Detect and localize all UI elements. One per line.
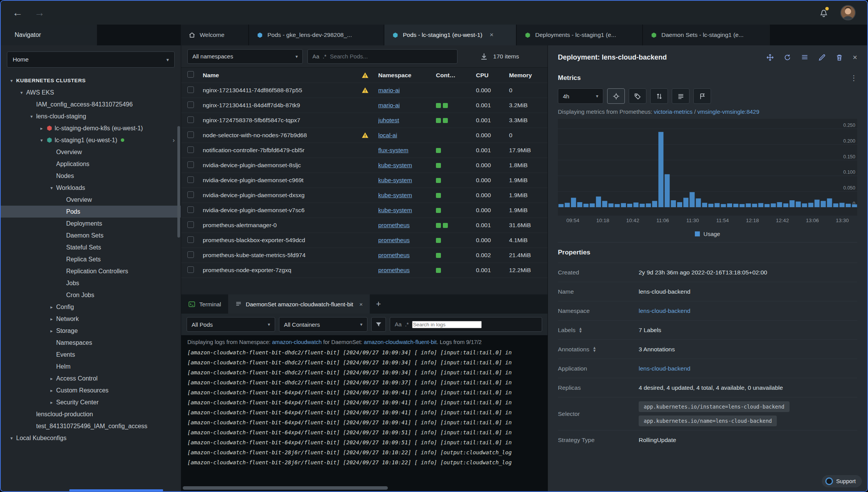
- row-checkbox[interactable]: [187, 251, 194, 258]
- chevron-right-icon[interactable]: ▸: [47, 316, 56, 322]
- back-arrow-icon[interactable]: ←: [12, 8, 23, 18]
- chevron-down-icon[interactable]: ▾: [47, 185, 56, 191]
- table-row[interactable]: prometheus-node-exporter-7zgxqprometheus…: [181, 263, 548, 278]
- daemonset-link[interactable]: amazon-cloudwatch-fluent-bit: [364, 339, 437, 345]
- sidebar-item-helm[interactable]: Helm: [1, 361, 181, 372]
- sidebar-item-replication-controllers[interactable]: Replication Controllers: [1, 265, 181, 277]
- sidebar-item-pods[interactable]: Pods: [1, 206, 181, 218]
- crosshair-icon[interactable]: [607, 88, 625, 104]
- row-checkbox[interactable]: [187, 206, 194, 213]
- row-checkbox[interactable]: [187, 161, 194, 168]
- user-avatar[interactable]: [840, 5, 856, 20]
- row-checkbox[interactable]: [187, 146, 194, 153]
- row-checkbox[interactable]: [187, 176, 194, 183]
- dock-tab-daemonset-logs[interactable]: DaemonSet amazon-cloudwatch-fluent-bit ×: [228, 294, 370, 314]
- table-row[interactable]: notification-controller-7bfbfd6479-cbl5r…: [181, 143, 548, 158]
- namespace-link[interactable]: kube-system: [378, 162, 412, 168]
- column-containers[interactable]: Cont…: [436, 72, 476, 79]
- namespace-link[interactable]: mario-ai: [378, 102, 400, 108]
- forward-arrow-icon[interactable]: →: [34, 8, 45, 18]
- restart-icon[interactable]: [783, 53, 791, 62]
- namespace-link[interactable]: flux-system: [378, 147, 408, 153]
- namespace-link[interactable]: kube-system: [378, 192, 412, 198]
- close-icon[interactable]: ×: [490, 31, 494, 39]
- menu-lines-icon[interactable]: [801, 53, 809, 62]
- sidebar-item-cron-jobs[interactable]: Cron Jobs: [1, 289, 181, 301]
- sidebar-item-network[interactable]: ▸Network: [1, 313, 181, 325]
- sidebar-item-lenscloud-production[interactable]: lenscloud-production: [1, 408, 181, 420]
- container-filter-select[interactable]: All Containers ▾: [279, 317, 367, 332]
- add-dock-tab-button[interactable]: +: [370, 294, 387, 314]
- namespace-link[interactable]: mario-ai: [378, 87, 400, 93]
- namespace-link[interactable]: prometheus: [378, 222, 410, 228]
- tab-pods-lc-staging1-eu-west-1[interactable]: Pods - lc-staging1 (eu-west-1)×: [384, 25, 516, 45]
- chevron-down-icon[interactable]: ▾: [17, 90, 26, 95]
- chevron-right-icon[interactable]: ▸: [37, 126, 46, 131]
- sidebar-item-applications[interactable]: Applications: [1, 158, 181, 170]
- table-row[interactable]: nvidia-device-plugin-daemonset-dxsxgkube…: [181, 188, 548, 203]
- select-all-checkbox[interactable]: [187, 71, 194, 78]
- log-output[interactable]: [amazon-cloudwatch-fluent-bit-dhdc2/flue…: [181, 346, 548, 485]
- sidebar-item-overview[interactable]: Overview: [1, 194, 181, 206]
- sidebar-item-aws-eks[interactable]: ▾AWS EKS: [1, 86, 181, 98]
- row-checkbox[interactable]: [187, 266, 194, 273]
- sidebar-item-namespaces[interactable]: Namespaces: [1, 337, 181, 349]
- sidebar-item-replica-sets[interactable]: Replica Sets: [1, 253, 181, 265]
- namespace-filter-select[interactable]: All namespaces ▾: [187, 49, 303, 64]
- namespace-link[interactable]: amazon-cloudwatch: [272, 339, 322, 345]
- regex-toggle[interactable]: .*: [323, 53, 327, 60]
- table-row[interactable]: nginx-1721304411-84d4ff7d4b-87tk9mario-a…: [181, 98, 548, 113]
- table-row[interactable]: nvidia-device-plugin-daemonset-c969tkube…: [181, 173, 548, 188]
- sidebar-item-events[interactable]: Events: [1, 349, 181, 361]
- column-name[interactable]: Name: [203, 72, 361, 79]
- sidebar-item-config[interactable]: ▸Config: [1, 301, 181, 313]
- logs-search-input[interactable]: [412, 321, 482, 328]
- namespace-link[interactable]: kube-system: [378, 207, 412, 213]
- row-checkbox[interactable]: [187, 116, 194, 123]
- column-namespace[interactable]: Namespace: [378, 72, 436, 79]
- chevron-right-icon[interactable]: ▸: [47, 376, 56, 381]
- sidebar-item-nodes[interactable]: Nodes: [1, 170, 181, 182]
- namespace-link[interactable]: prometheus: [378, 252, 410, 258]
- sidebar-item-access-control[interactable]: ▸Access Control: [1, 372, 181, 384]
- close-icon[interactable]: ×: [853, 53, 857, 62]
- expand-collapse-icon[interactable]: ▴▾: [579, 327, 582, 332]
- table-row[interactable]: prometheus-blackbox-exporter-549dcdprome…: [181, 233, 548, 248]
- chevron-right-icon[interactable]: ▸: [47, 400, 56, 405]
- tab-deployments-lc-staging1-e[interactable]: Deployments - lc-staging1 (e...: [517, 25, 642, 45]
- chevron-right-icon[interactable]: ▸: [47, 304, 56, 310]
- time-range-select[interactable]: 4h ▾: [558, 88, 603, 104]
- row-checkbox[interactable]: [187, 236, 194, 243]
- pod-filter-select[interactable]: All Pods ▾: [187, 317, 275, 332]
- sidebar-item-lc-staging-demo-k8s-eu-west-1[interactable]: ▸lc-staging-demo-k8s (eu-west-1): [1, 122, 181, 134]
- list-icon[interactable]: [672, 88, 689, 104]
- chevron-right-icon[interactable]: ▸: [47, 328, 56, 334]
- sidebar-item-kubernetes-clusters[interactable]: ▾KUBERNETES CLUSTERS: [1, 75, 181, 86]
- row-checkbox[interactable]: [187, 101, 194, 108]
- sidebar-item-deployments[interactable]: Deployments: [1, 218, 181, 229]
- chevron-right-icon[interactable]: ›: [173, 137, 175, 144]
- regex-toggle[interactable]: .*: [405, 321, 409, 327]
- sidebar-item-local-kubeconfigs[interactable]: ▾Local Kubeconfigs: [1, 432, 181, 444]
- row-checkbox[interactable]: [187, 131, 194, 138]
- scrollbar-thumb[interactable]: [183, 486, 388, 490]
- match-case-toggle[interactable]: Aa: [312, 53, 319, 60]
- download-icon[interactable]: [479, 52, 489, 61]
- expand-collapse-icon[interactable]: ▴▾: [593, 346, 596, 352]
- column-cpu[interactable]: CPU: [476, 72, 509, 79]
- sidebar-item-test-841310725496-iam-config-access[interactable]: test_841310725496_IAM_config_access: [1, 420, 181, 432]
- sidebar-item-stateful-sets[interactable]: Stateful Sets: [1, 241, 181, 253]
- scope-select[interactable]: Home ▾: [7, 52, 175, 68]
- namespace-link[interactable]: prometheus: [378, 237, 410, 243]
- edit-icon[interactable]: [818, 53, 826, 62]
- row-checkbox[interactable]: [187, 191, 194, 198]
- notifications-bell-icon[interactable]: [819, 8, 829, 18]
- tab-welcome[interactable]: Welcome: [181, 25, 248, 45]
- prometheus-service-link[interactable]: victoria-metrics: [654, 108, 693, 115]
- table-row[interactable]: nvidia-device-plugin-daemonset-8sljckube…: [181, 158, 548, 173]
- row-checkbox[interactable]: [187, 86, 194, 93]
- tag-icon[interactable]: [629, 88, 646, 104]
- chevron-down-icon[interactable]: ▾: [7, 435, 16, 441]
- kebab-menu-icon[interactable]: ⋮: [850, 74, 857, 82]
- dock-tab-terminal[interactable]: Terminal: [181, 294, 228, 314]
